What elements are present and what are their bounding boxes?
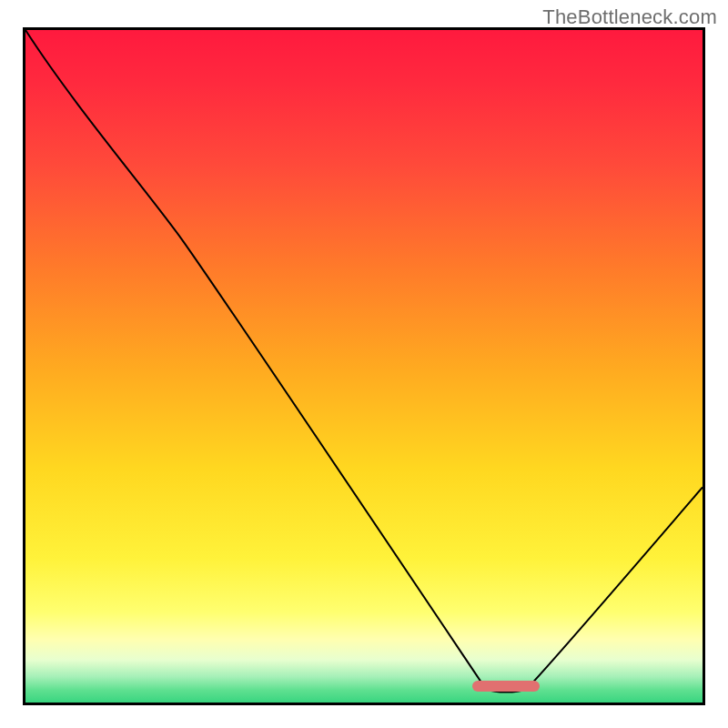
bottleneck-curve — [25, 30, 703, 703]
watermark-label: TheBottleneck.com — [542, 5, 717, 29]
chart-container: TheBottleneck.com — [0, 0, 728, 728]
optimal-range-marker — [472, 681, 540, 692]
plot-area — [23, 27, 705, 705]
